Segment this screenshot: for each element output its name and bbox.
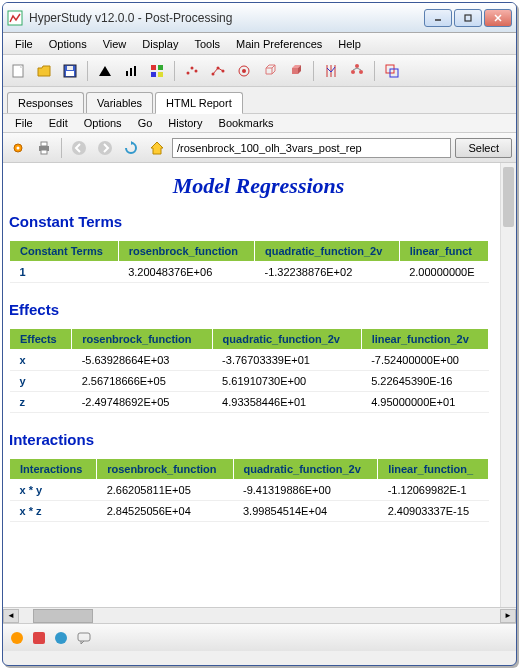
table-row: x-5.63928664E+03-3.76703339E+01-7.524000…	[10, 350, 489, 371]
svg-rect-13	[158, 72, 163, 77]
svg-rect-9	[134, 66, 136, 76]
target-icon[interactable]	[233, 60, 255, 82]
submenu-file[interactable]: File	[7, 115, 41, 131]
main-menu: File Options View Display Tools Main Pre…	[3, 33, 516, 55]
titlebar: HyperStudy v12.0.0 - Post-Processing	[3, 3, 516, 33]
svg-point-21	[242, 69, 246, 73]
url-input[interactable]	[172, 138, 451, 158]
maximize-button[interactable]	[454, 9, 482, 27]
open-icon[interactable]	[33, 60, 55, 82]
constant-terms-table: Constant Terms rosenbrock_function quadr…	[9, 240, 489, 283]
table-row: 1 3.20048376E+06 -1.32238876E+02 2.00000…	[10, 262, 489, 283]
section-constant-heading: Constant Terms	[9, 213, 508, 230]
submenu-bookmarks[interactable]: Bookmarks	[211, 115, 282, 131]
svg-point-25	[355, 64, 359, 68]
svg-rect-12	[151, 72, 156, 77]
refresh-icon[interactable]	[120, 137, 142, 159]
svg-rect-37	[78, 633, 90, 641]
app-icon	[7, 10, 23, 26]
menu-display[interactable]: Display	[134, 36, 186, 52]
parallel-icon[interactable]	[320, 60, 342, 82]
svg-point-26	[351, 70, 355, 74]
table-header-row: Effects rosenbrock_function quadratic_fu…	[10, 329, 489, 350]
svg-point-19	[222, 69, 225, 72]
svg-rect-5	[66, 71, 74, 76]
svg-rect-8	[130, 68, 132, 76]
home-icon[interactable]	[146, 137, 168, 159]
gear-icon[interactable]	[7, 137, 29, 159]
svg-rect-2	[465, 15, 471, 21]
back-icon[interactable]	[68, 137, 90, 159]
menu-tools[interactable]: Tools	[186, 36, 228, 52]
submenu-history[interactable]: History	[160, 115, 210, 131]
svg-rect-6	[67, 66, 73, 70]
cube-solid-icon[interactable]	[285, 60, 307, 82]
overlay-icon[interactable]	[381, 60, 403, 82]
status-comment-icon[interactable]	[77, 632, 91, 644]
forward-icon[interactable]	[94, 137, 116, 159]
cube-icon[interactable]	[259, 60, 281, 82]
grid-icon[interactable]	[146, 60, 168, 82]
svg-point-31	[17, 146, 20, 149]
section-interactions-heading: Interactions	[9, 431, 508, 448]
svg-point-16	[195, 69, 198, 72]
table-row: y2.56718666E+055.61910730E+005.22645390E…	[10, 371, 489, 392]
effects-table: Effects rosenbrock_function quadratic_fu…	[9, 328, 489, 413]
tab-html-report[interactable]: HTML Report	[155, 92, 243, 114]
table-row: z-2.49748692E+054.93358446E+014.95000000…	[10, 392, 489, 413]
triangle-icon[interactable]	[94, 60, 116, 82]
svg-point-18	[217, 66, 220, 69]
status-warning-icon[interactable]	[11, 632, 23, 644]
svg-rect-11	[158, 65, 163, 70]
interactions-table: Interactions rosenbrock_function quadrat…	[9, 458, 489, 522]
horizontal-scrollbar[interactable]: ◄ ►	[3, 607, 516, 623]
scatter-line-icon[interactable]	[207, 60, 229, 82]
tree-icon[interactable]	[346, 60, 368, 82]
scatter-icon[interactable]	[181, 60, 203, 82]
select-button[interactable]: Select	[455, 138, 512, 158]
svg-point-35	[72, 141, 86, 155]
new-icon[interactable]	[7, 60, 29, 82]
svg-rect-10	[151, 65, 156, 70]
table-header-row: Constant Terms rosenbrock_function quadr…	[10, 241, 489, 262]
svg-rect-33	[41, 142, 47, 146]
main-toolbar	[3, 55, 516, 87]
submenu-go[interactable]: Go	[130, 115, 161, 131]
table-row: x * z2.84525056E+043.99854514E+042.40903…	[10, 501, 489, 522]
svg-rect-34	[41, 150, 47, 154]
status-bar	[3, 623, 516, 651]
scroll-right-icon[interactable]: ►	[500, 609, 516, 623]
section-effects-heading: Effects	[9, 301, 508, 318]
svg-point-27	[359, 70, 363, 74]
report-title: Model Regressions	[9, 173, 508, 199]
tab-variables[interactable]: Variables	[86, 92, 153, 113]
window-title: HyperStudy v12.0.0 - Post-Processing	[29, 11, 424, 25]
menu-file[interactable]: File	[7, 36, 41, 52]
minimize-button[interactable]	[424, 9, 452, 27]
status-error-icon[interactable]	[33, 632, 45, 644]
svg-point-15	[191, 66, 194, 69]
scroll-left-icon[interactable]: ◄	[3, 609, 19, 623]
bars-icon[interactable]	[120, 60, 142, 82]
svg-point-36	[98, 141, 112, 155]
close-button[interactable]	[484, 9, 512, 27]
submenu-edit[interactable]: Edit	[41, 115, 76, 131]
save-icon[interactable]	[59, 60, 81, 82]
submenu-options[interactable]: Options	[76, 115, 130, 131]
svg-point-14	[187, 71, 190, 74]
svg-point-17	[212, 72, 215, 75]
status-info-icon[interactable]	[55, 632, 67, 644]
nav-toolbar: Select	[3, 133, 516, 163]
app-window: HyperStudy v12.0.0 - Post-Processing Fil…	[2, 2, 517, 666]
menu-options[interactable]: Options	[41, 36, 95, 52]
table-row: x * y2.66205811E+05-9.41319886E+00-1.120…	[10, 480, 489, 501]
tab-bar: Responses Variables HTML Report	[3, 87, 516, 113]
print-icon[interactable]	[33, 137, 55, 159]
report-menu: File Edit Options Go History Bookmarks	[3, 113, 516, 133]
tab-responses[interactable]: Responses	[7, 92, 84, 113]
menu-help[interactable]: Help	[330, 36, 369, 52]
vertical-scrollbar[interactable]	[500, 163, 516, 607]
table-header-row: Interactions rosenbrock_function quadrat…	[10, 459, 489, 480]
menu-main-preferences[interactable]: Main Preferences	[228, 36, 330, 52]
menu-view[interactable]: View	[95, 36, 135, 52]
